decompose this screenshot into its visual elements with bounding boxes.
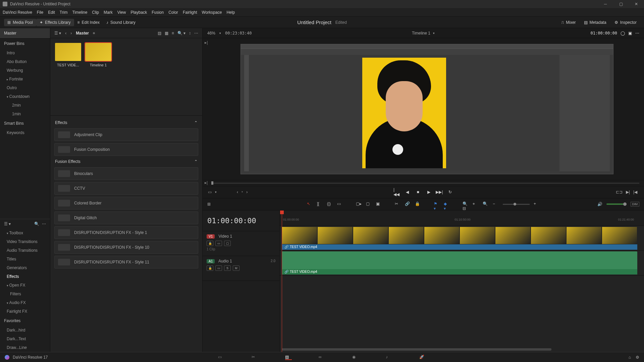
panel-menu-icon[interactable]: ☰ ▾	[4, 222, 11, 226]
effect-item[interactable]: DISRUPTION/DISRUPTION FX - Style 1	[54, 226, 198, 239]
bin-item[interactable]: Intro	[0, 49, 50, 57]
audiofx-header[interactable]: Audio FX	[0, 298, 50, 307]
search-icon[interactable]: 🔍	[34, 222, 39, 226]
bin-item[interactable]: Fortnite	[0, 75, 50, 83]
favorite-item[interactable]: Draw...Line	[0, 343, 50, 352]
timeline-ruler[interactable]: 01:00:00:00 01:10:50:00 01:21:40:00	[280, 210, 644, 226]
overwrite-icon[interactable]: ▢	[366, 201, 372, 207]
effect-item[interactable]: Fusion Composition	[54, 143, 198, 156]
prev-edit-icon[interactable]: ‹	[237, 190, 238, 194]
toolbox-item[interactable]: Fairlight FX	[0, 307, 50, 316]
metadata-toggle[interactable]: ▤Metadata	[581, 19, 610, 26]
effect-item[interactable]: DISRUPTION/DISRUPTION FX - Style 11	[54, 256, 198, 268]
expand-timeline-icon[interactable]: ▸|	[205, 180, 208, 185]
close-button[interactable]: ✕	[629, 0, 644, 8]
nav-back-icon[interactable]: ‹	[65, 31, 66, 36]
marker-icon[interactable]: ◆ ▾	[444, 201, 450, 207]
toolbox-item[interactable]: Filters	[0, 290, 50, 298]
prev-frame-button[interactable]: ◀	[404, 189, 410, 195]
menu-item[interactable]: Fusion	[152, 10, 164, 15]
options-icon[interactable]: ⋯	[194, 31, 198, 36]
video-track-header[interactable]: V1 Video 1 🔒 ▭ ▢ 1 Clip	[203, 231, 279, 256]
media-page-icon[interactable]: ▭	[218, 355, 225, 360]
viewer-mode-icon[interactable]: ▭	[208, 190, 212, 194]
track-visible-icon[interactable]: ▢	[224, 241, 231, 246]
bin-item[interactable]: 1min	[0, 110, 50, 118]
bin-item[interactable]: Abo Button	[0, 57, 50, 66]
audio-clip[interactable]: 🔗TEST VIDEO.mp4	[282, 251, 637, 275]
volume-icon[interactable]: 🔊	[597, 202, 602, 206]
snap-icon[interactable]: ⌖	[473, 201, 479, 207]
view-strip-icon[interactable]: ≡	[172, 31, 174, 36]
zoom-tool-icon[interactable]: 🔍⊟	[463, 201, 469, 207]
toolbox-item[interactable]: Titles	[0, 255, 50, 263]
media-clip[interactable]: Timeline 1	[85, 43, 111, 111]
menu-item[interactable]: Timeline	[72, 10, 87, 15]
options-icon[interactable]: ⋯	[635, 31, 639, 36]
link-icon[interactable]: 🔗	[405, 201, 411, 207]
jump-prev-icon[interactable]: |◀	[633, 190, 637, 194]
effect-item[interactable]: Binoculars	[54, 167, 198, 180]
home-icon[interactable]: ⌂	[629, 355, 631, 360]
dim-button[interactable]: DIM	[631, 202, 640, 206]
nav-fwd-icon[interactable]: ›	[70, 31, 72, 36]
volume-slider[interactable]	[606, 203, 627, 205]
dual-view-icon[interactable]: ▣	[628, 31, 632, 36]
zoom-search-icon[interactable]: 🔍	[483, 201, 489, 207]
menu-item[interactable]: Clip	[92, 10, 99, 15]
audio-track-header[interactable]: A1 Audio 1 2.0 🔒 ▭ S M	[203, 256, 279, 281]
chevron-down-icon[interactable]: ▾	[433, 32, 435, 35]
bypass-icon[interactable]: ◯	[621, 31, 625, 36]
trim-tool[interactable]: ][	[317, 201, 323, 207]
minimize-button[interactable]: ─	[598, 0, 613, 8]
auto-select-icon[interactable]: ▭	[215, 265, 222, 271]
zoom-in-icon[interactable]: +	[534, 201, 540, 207]
toolbox-item[interactable]: Video Transitions	[0, 237, 50, 246]
maximize-button[interactable]: ▢	[613, 0, 629, 8]
bin-item[interactable]: 2min	[0, 101, 50, 110]
playhead[interactable]	[282, 210, 282, 352]
effect-item[interactable]: Colored Border	[54, 197, 198, 209]
fairlight-page-icon[interactable]: ♪	[386, 355, 392, 360]
insert-icon[interactable]: ▢▸	[356, 201, 362, 207]
toolbox-item[interactable]: Audio Transitions	[0, 246, 50, 255]
menu-item[interactable]: Trim	[60, 10, 68, 15]
project-settings-icon[interactable]: ⚙	[636, 355, 639, 360]
jump-next-icon[interactable]: ▶|	[626, 190, 630, 194]
timeline-scrollbar[interactable]	[282, 348, 551, 351]
video-clip[interactable]: 🔗TEST VIDEO.mp4	[282, 227, 637, 250]
bin-item[interactable]: Countdown	[0, 92, 50, 101]
viewer-surface[interactable]	[210, 38, 644, 180]
cut-page-icon[interactable]: ✂	[252, 355, 258, 360]
zoom-out-icon[interactable]: −	[493, 201, 499, 207]
chevron-down-icon[interactable]: ▾	[215, 190, 217, 194]
dynamic-trim-tool[interactable]: (|)	[327, 201, 333, 207]
options-icon[interactable]: ⋯	[42, 222, 46, 226]
deliver-page-icon[interactable]: 🚀	[419, 355, 426, 360]
track-badge[interactable]: A1	[207, 259, 215, 263]
menu-item[interactable]: Fairlight	[183, 10, 197, 15]
match-frame-icon[interactable]: ⊏⊐	[616, 190, 623, 194]
mute-icon[interactable]: M	[233, 265, 239, 271]
timeline-name[interactable]: Timeline 1	[412, 31, 430, 36]
view-grid-icon[interactable]: ▦	[165, 31, 168, 36]
color-page-icon[interactable]: ◉	[352, 355, 359, 360]
edit-page-icon[interactable]: ▤	[285, 355, 292, 360]
loop-button[interactable]: ↻	[447, 189, 453, 195]
collapse-icon[interactable]: ⌃	[194, 120, 198, 125]
first-frame-button[interactable]: |◀◀	[393, 189, 399, 195]
replace-icon[interactable]: ▣	[376, 201, 382, 207]
menu-item[interactable]: View	[117, 10, 126, 15]
openfx-header[interactable]: Open FX	[0, 281, 50, 290]
toolbox-header[interactable]: Toolbox	[0, 229, 50, 237]
menu-item[interactable]: Color	[168, 10, 178, 15]
arrow-tool[interactable]: ↖	[307, 201, 313, 207]
master-bin[interactable]: Master	[0, 28, 50, 39]
menu-item[interactable]: Help	[226, 10, 235, 15]
search-icon[interactable]: 🔍 ▾	[177, 31, 185, 36]
effect-item[interactable]: CCTV	[54, 182, 198, 195]
menu-item[interactable]: Playback	[130, 10, 147, 15]
effects-library-toggle[interactable]: ✦ Effects Library	[36, 19, 74, 26]
timeline-view-icon[interactable]: ⊞	[207, 202, 211, 206]
next-frame-button[interactable]: ▶▶|	[436, 189, 442, 195]
